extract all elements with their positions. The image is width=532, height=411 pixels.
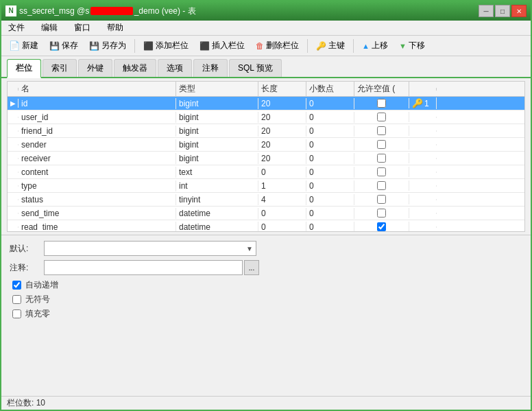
table-row[interactable]: read_timedatetime00	[8, 220, 524, 231]
autoincrement-checkbox[interactable]	[12, 281, 21, 290]
col-type-value: text	[176, 167, 258, 178]
tab-columns[interactable]: 栏位	[7, 59, 41, 78]
col-length-value: 20	[258, 112, 306, 123]
delcol-button[interactable]: 🗑 删除栏位	[251, 38, 304, 54]
col-name-value: read_time	[19, 222, 176, 232]
tabs-bar: 栏位 索引 外键 触发器 选项 注释 SQL 预览	[1, 56, 531, 78]
nullable-checkbox[interactable]	[377, 154, 386, 163]
table-row[interactable]: friend_idbigint200	[8, 124, 524, 138]
col-nullable-value[interactable]	[354, 194, 409, 204]
col-nullable-value[interactable]	[354, 139, 409, 150]
title-bar-left: N ss_secret_msg @s _demo (vee) - 表	[5, 5, 196, 17]
nullable-checkbox[interactable]	[377, 140, 386, 149]
col-nullable-value[interactable]	[354, 153, 409, 163]
col-nullable-value[interactable]	[354, 112, 409, 122]
col-decimal-value: 0	[306, 180, 354, 191]
saveas-button[interactable]: 💾 另存为	[84, 38, 131, 54]
col-name-value: friend_id	[19, 126, 176, 137]
table-row[interactable]: user_idbigint200	[8, 110, 524, 124]
key-num: 1	[424, 99, 429, 108]
table-row[interactable]: typeint10	[8, 179, 524, 193]
autoincrement-label[interactable]: 自动递增	[25, 279, 58, 291]
toolbar-separator-3	[353, 39, 354, 53]
saveas-icon: 💾	[89, 41, 99, 51]
row-arrow	[8, 130, 19, 132]
row-arrow	[8, 172, 19, 173]
nullable-checkbox[interactable]	[377, 113, 386, 121]
col-key-value	[409, 144, 437, 145]
menu-edit[interactable]: 编辑	[37, 21, 62, 35]
maximize-button[interactable]: □	[495, 5, 510, 17]
col-length-value: 20	[258, 139, 306, 150]
save-label: 保存	[62, 40, 78, 51]
col-key-value: 🔑1	[409, 97, 437, 109]
col-nullable-value[interactable]	[354, 126, 409, 136]
col-key-value	[409, 185, 437, 187]
tab-comment[interactable]: 注释	[193, 59, 228, 77]
col-name-value: receiver	[19, 153, 176, 164]
primarykey-button[interactable]: 🔑 主键	[311, 38, 350, 54]
nullable-checkbox[interactable]	[377, 99, 386, 108]
unsigned-label[interactable]: 无符号	[25, 294, 50, 305]
col-nullable-value[interactable]	[354, 208, 409, 218]
col-key-value	[409, 158, 437, 159]
tab-foreignkeys[interactable]: 外键	[78, 59, 112, 77]
key-icon: 🔑	[316, 41, 326, 51]
col-length-value: 1	[258, 180, 306, 191]
menu-help[interactable]: 帮助	[103, 21, 128, 35]
comment-input[interactable]	[44, 260, 243, 275]
table-row[interactable]: receiverbigint200	[8, 152, 524, 165]
comment-label: 注释:	[10, 262, 44, 274]
nullable-checkbox[interactable]	[377, 195, 386, 204]
col-nullable-value[interactable]	[354, 98, 409, 108]
tab-triggers[interactable]: 触发器	[114, 59, 156, 77]
close-button[interactable]: ✕	[511, 5, 527, 17]
nullable-checkbox[interactable]	[377, 222, 386, 231]
default-select[interactable]: ▼	[44, 241, 256, 256]
table-row[interactable]: send_timedatetime00	[8, 207, 524, 220]
row-arrow	[8, 199, 19, 200]
inscol-button[interactable]: ⬛ 插入栏位	[195, 38, 250, 54]
window-title: ss_secret_msg @s _demo (vee) - 表	[19, 5, 196, 17]
tab-indexes[interactable]: 索引	[43, 59, 77, 77]
col-decimal-value: 0	[306, 98, 354, 109]
new-button[interactable]: 📄 新建	[4, 38, 43, 54]
col-key-value	[409, 213, 437, 214]
col-type-value: datetime	[176, 208, 258, 219]
nullable-checkbox[interactable]	[377, 209, 386, 218]
form-area: 默认: ▼ 注释: ... 自动递增 无符号 填充零	[1, 235, 531, 328]
menu-window[interactable]: 窗口	[70, 21, 95, 35]
table-row[interactable]: ▶idbigint200🔑1	[8, 97, 524, 110]
nullable-checkbox[interactable]	[377, 181, 386, 190]
nullable-checkbox[interactable]	[377, 126, 386, 135]
col-length-value: 0	[258, 167, 306, 178]
col-type-value: bigint	[176, 112, 258, 123]
nullable-checkbox[interactable]	[377, 167, 386, 176]
minimize-button[interactable]: ─	[479, 5, 494, 17]
table-row[interactable]: statustinyint40	[8, 193, 524, 207]
movedown-label: 下移	[409, 40, 425, 51]
unsigned-checkbox[interactable]	[12, 295, 21, 304]
comment-browse-button[interactable]: ...	[244, 260, 259, 275]
addcol-button[interactable]: ⬛ 添加栏位	[138, 38, 193, 54]
menu-file[interactable]: 文件	[4, 21, 29, 35]
table-row[interactable]: contenttext00	[8, 165, 524, 179]
col-nullable-header: 允许空值 (	[354, 82, 409, 96]
tab-options[interactable]: 选项	[158, 59, 192, 77]
row-arrow	[8, 158, 19, 159]
col-decimal-value: 0	[306, 167, 354, 178]
save-button[interactable]: 💾 保存	[45, 38, 83, 54]
table-row[interactable]: senderbigint200	[8, 138, 524, 152]
tab-sqlpreview[interactable]: SQL 预览	[229, 59, 282, 77]
zerofill-checkbox[interactable]	[12, 309, 21, 318]
movedown-button[interactable]: ▼ 下移	[394, 38, 430, 54]
zerofill-label[interactable]: 填充零	[25, 308, 50, 320]
col-length-value: 4	[258, 194, 306, 205]
col-decimal-value: 0	[306, 208, 354, 219]
col-name-value: user_id	[19, 112, 176, 123]
col-nullable-value[interactable]	[354, 167, 409, 177]
col-nullable-value[interactable]	[354, 222, 409, 231]
col-nullable-value[interactable]	[354, 180, 409, 191]
moveup-button[interactable]: ▲ 上移	[357, 38, 393, 54]
row-arrow	[8, 213, 19, 214]
